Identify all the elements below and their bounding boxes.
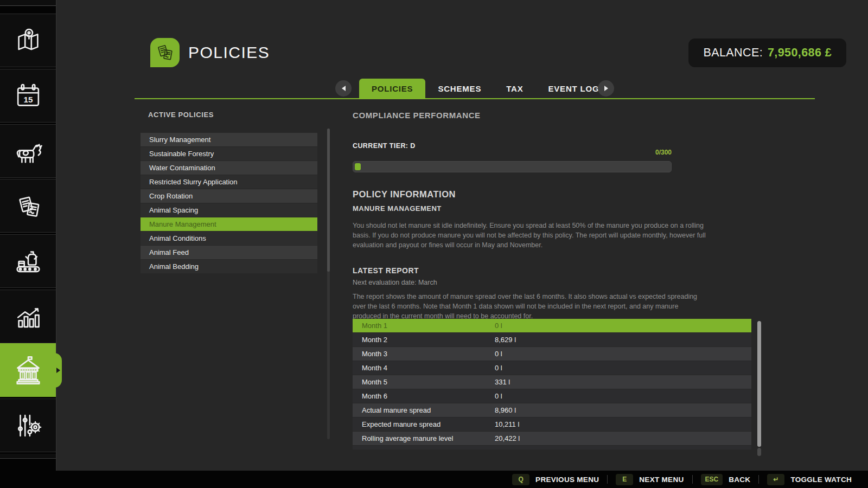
table-row[interactable]: Rolling average manure level 20,422 l xyxy=(353,432,751,445)
progress-count: 0/300 xyxy=(353,149,672,156)
list-item-selected[interactable]: Manure Management xyxy=(141,217,317,231)
policies-documents-icon xyxy=(154,42,176,63)
documents-icon xyxy=(12,190,44,222)
row-value: 0 l xyxy=(495,364,502,372)
bank-icon xyxy=(12,355,44,386)
list-item[interactable]: Restricted Slurry Application xyxy=(141,175,317,189)
list-item[interactable]: Slurry Management xyxy=(141,133,317,146)
table-row[interactable]: Month 5 331 l xyxy=(353,375,751,389)
row-value: 8,960 l xyxy=(495,406,516,414)
hotkey-label: PREVIOUS MENU xyxy=(535,476,599,484)
sidebar-item-settings[interactable] xyxy=(0,399,56,452)
row-label: Month 1 xyxy=(353,322,495,330)
list-item[interactable]: Animal Feed xyxy=(141,246,317,259)
table-row-selected[interactable]: Month 1 0 l xyxy=(353,319,751,332)
balance-display: BALANCE: 7,950,686 £ xyxy=(688,38,846,67)
balance-value: 7,950,686 £ xyxy=(768,46,832,60)
table-row[interactable]: Month 4 0 l xyxy=(353,361,751,375)
tab-policies[interactable]: POLICIES xyxy=(359,79,425,99)
table-row-clipped xyxy=(353,446,751,450)
production-icon xyxy=(12,246,44,277)
row-label: Month 6 xyxy=(353,392,495,400)
tabs-next-button[interactable] xyxy=(598,80,614,97)
list-item[interactable]: Animal Bedding xyxy=(141,260,317,273)
hotkey-previous-menu[interactable]: Q PREVIOUS MENU xyxy=(512,474,599,485)
list-item[interactable]: Crop Rotation xyxy=(141,189,317,203)
hotkey-next-menu[interactable]: E NEXT MENU xyxy=(616,474,684,485)
row-label: Expected manure spread xyxy=(353,420,495,428)
sidebar-item-statistics[interactable] xyxy=(0,290,56,343)
row-value: 331 l xyxy=(495,378,510,386)
row-label: Month 3 xyxy=(353,350,495,358)
row-label: Month 5 xyxy=(353,378,495,386)
hotkey-toggle-watch[interactable]: ↵ TOGGLE WATCH xyxy=(767,474,852,485)
row-label: Month 2 xyxy=(353,336,495,344)
hotkey-label: NEXT MENU xyxy=(639,476,684,484)
table-row[interactable]: Actual manure spread 8,960 l xyxy=(353,403,751,417)
evaluation-date: Next evaluation date: March xyxy=(353,279,437,286)
settings-icon xyxy=(12,410,44,441)
list-item[interactable]: Sustainable Forestry xyxy=(141,147,317,160)
sidebar-stub-top xyxy=(0,0,56,6)
list-item[interactable]: Animal Conditions xyxy=(141,232,317,245)
compliance-progress-bar xyxy=(353,161,672,172)
q-key-badge: Q xyxy=(512,474,529,485)
tabs-previous-button[interactable] xyxy=(335,80,352,97)
active-policies-heading: ACTIVE POLICIES xyxy=(148,111,214,119)
row-value: 0 l xyxy=(495,392,502,400)
list-item[interactable]: Animal Spacing xyxy=(141,203,317,217)
report-description: The report shows the amount of manure sp… xyxy=(353,292,705,321)
progress-fill xyxy=(355,163,361,170)
statistics-icon xyxy=(12,301,44,332)
page-title: POLICIES xyxy=(188,38,270,67)
policy-description: You should not let manure sit idle indef… xyxy=(353,221,709,250)
hotkey-label: BACK xyxy=(729,476,750,484)
policies-screen: 15 xyxy=(0,0,868,488)
balance-label: BALANCE: xyxy=(703,46,763,60)
policies-list-scrollbar[interactable] xyxy=(327,129,330,439)
sidebar-stub-bottom xyxy=(0,454,56,459)
map-icon xyxy=(12,25,44,56)
hotkey-bar: Q PREVIOUS MENU E NEXT MENU ESC BACK ↵ T… xyxy=(0,471,868,488)
calendar-icon: 15 xyxy=(12,80,44,112)
hotkey-divider xyxy=(692,475,693,484)
row-value: 10,211 l xyxy=(495,420,519,428)
hotkey-back[interactable]: ESC BACK xyxy=(701,474,751,485)
table-row[interactable]: Month 6 0 l xyxy=(353,389,751,403)
table-row[interactable]: Expected manure spread 10,211 l xyxy=(353,418,751,431)
policies-title-icon xyxy=(150,38,180,67)
hotkey-label: TOGGLE WATCH xyxy=(790,476,852,484)
sidebar-nav: 15 xyxy=(0,0,56,471)
sidebar-item-animals[interactable] xyxy=(0,124,56,178)
scrollbar-thumb[interactable] xyxy=(757,321,761,447)
tab-underline xyxy=(135,98,815,99)
table-row[interactable]: Month 3 0 l xyxy=(353,347,751,361)
tab-tax[interactable]: TAX xyxy=(494,79,535,99)
active-policies-list: Slurry Management Sustainable Forestry W… xyxy=(141,133,317,274)
sidebar-item-production[interactable] xyxy=(0,234,56,288)
row-label: Month 4 xyxy=(353,364,495,372)
policy-name-heading: MANURE MANAGEMENT xyxy=(353,204,442,213)
compliance-heading: COMPLIANCE PERFORMANCE xyxy=(353,111,481,120)
row-value: 0 l xyxy=(495,350,502,358)
list-item[interactable]: Water Contamination xyxy=(141,161,317,175)
row-value: 8,629 l xyxy=(495,336,516,344)
hotkey-divider xyxy=(607,475,608,484)
table-row[interactable]: Month 2 8,629 l xyxy=(353,333,751,346)
tab-bar: POLICIES SCHEMES TAX EVENT LOG xyxy=(359,79,611,99)
scrollbar-cap xyxy=(757,448,761,456)
sidebar-item-map[interactable] xyxy=(0,14,56,67)
report-table: Month 1 0 l Month 2 8,629 l Month 3 0 l … xyxy=(353,319,751,450)
tab-schemes[interactable]: SCHEMES xyxy=(425,79,494,99)
sidebar-item-contracts[interactable] xyxy=(0,179,56,233)
sidebar-divider xyxy=(56,0,56,471)
sidebar-item-calendar[interactable]: 15 xyxy=(0,69,56,123)
report-table-scrollbar[interactable] xyxy=(757,321,761,457)
scrollbar-thumb[interactable] xyxy=(327,129,330,272)
enter-key-icon: ↵ xyxy=(767,474,784,485)
arrow-right-icon xyxy=(604,86,608,91)
e-key-badge: E xyxy=(616,474,633,485)
policy-info-heading: POLICY INFORMATION xyxy=(353,189,456,200)
row-value: 0 l xyxy=(495,322,502,330)
sidebar-item-finances[interactable] xyxy=(0,343,56,397)
